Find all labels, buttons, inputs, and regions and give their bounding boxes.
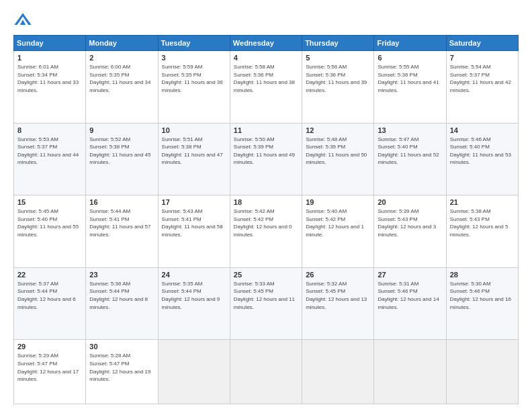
day-detail: Sunrise: 5:45 AMSunset: 5:40 PMDaylight:… bbox=[17, 208, 79, 238]
calendar-cell: 28 Sunrise: 5:30 AMSunset: 5:46 PMDaylig… bbox=[446, 267, 518, 340]
day-number: 4 bbox=[234, 54, 298, 62]
day-number: 21 bbox=[450, 198, 515, 206]
day-number: 2 bbox=[89, 54, 154, 62]
calendar-cell: 13 Sunrise: 5:47 AMSunset: 5:40 PMDaylig… bbox=[374, 123, 446, 195]
calendar-cell: 15 Sunrise: 5:45 AMSunset: 5:40 PMDaylig… bbox=[14, 195, 86, 268]
calendar-cell: 22 Sunrise: 5:37 AMSunset: 5:44 PMDaylig… bbox=[14, 267, 86, 340]
day-number: 5 bbox=[306, 54, 370, 62]
day-detail: Sunrise: 5:30 AMSunset: 5:46 PMDaylight:… bbox=[450, 281, 511, 310]
calendar-cell: 11 Sunrise: 5:50 AMSunset: 5:39 PMDaylig… bbox=[230, 123, 302, 195]
calendar-day-header: Tuesday bbox=[158, 36, 230, 51]
day-detail: Sunrise: 5:48 AMSunset: 5:39 PMDaylight:… bbox=[306, 136, 367, 166]
calendar-cell: 27 Sunrise: 5:31 AMSunset: 5:46 PMDaylig… bbox=[374, 267, 446, 340]
calendar-row: 8 Sunrise: 5:53 AMSunset: 5:37 PMDayligh… bbox=[14, 123, 519, 195]
calendar-cell: 30 Sunrise: 5:28 AMSunset: 5:47 PMDaylig… bbox=[86, 340, 158, 404]
calendar-cell: 20 Sunrise: 5:39 AMSunset: 5:43 PMDaylig… bbox=[374, 195, 446, 268]
calendar-cell bbox=[446, 340, 518, 404]
calendar-cell: 21 Sunrise: 5:38 AMSunset: 5:43 PMDaylig… bbox=[446, 195, 518, 268]
logo bbox=[13, 11, 35, 30]
calendar-row: 1 Sunrise: 6:01 AMSunset: 5:34 PMDayligh… bbox=[14, 51, 519, 124]
day-detail: Sunrise: 6:01 AMSunset: 5:34 PMDaylight:… bbox=[17, 64, 79, 93]
day-number: 3 bbox=[162, 54, 226, 62]
calendar-cell: 4 Sunrise: 5:58 AMSunset: 5:36 PMDayligh… bbox=[230, 51, 302, 124]
day-detail: Sunrise: 5:58 AMSunset: 5:36 PMDaylight:… bbox=[234, 64, 295, 93]
calendar-cell: 29 Sunrise: 5:29 AMSunset: 5:47 PMDaylig… bbox=[14, 340, 86, 404]
calendar-cell: 14 Sunrise: 5:46 AMSunset: 5:40 PMDaylig… bbox=[446, 123, 518, 195]
calendar-day-header: Friday bbox=[374, 36, 446, 51]
day-detail: Sunrise: 5:28 AMSunset: 5:47 PMDaylight:… bbox=[89, 353, 150, 382]
day-detail: Sunrise: 5:38 AMSunset: 5:43 PMDaylight:… bbox=[450, 208, 508, 238]
calendar-row: 22 Sunrise: 5:37 AMSunset: 5:44 PMDaylig… bbox=[14, 267, 519, 340]
calendar-cell: 19 Sunrise: 5:40 AMSunset: 5:42 PMDaylig… bbox=[302, 195, 374, 268]
day-detail: Sunrise: 5:46 AMSunset: 5:40 PMDaylight:… bbox=[450, 136, 511, 166]
day-detail: Sunrise: 5:29 AMSunset: 5:47 PMDaylight:… bbox=[17, 353, 79, 382]
day-detail: Sunrise: 5:32 AMSunset: 5:45 PMDaylight:… bbox=[306, 281, 367, 310]
calendar-cell: 24 Sunrise: 5:35 AMSunset: 5:44 PMDaylig… bbox=[158, 267, 230, 340]
day-detail: Sunrise: 5:50 AMSunset: 5:39 PMDaylight:… bbox=[234, 136, 295, 166]
day-number: 7 bbox=[450, 54, 515, 62]
day-number: 1 bbox=[17, 54, 82, 62]
day-detail: Sunrise: 5:52 AMSunset: 5:38 PMDaylight:… bbox=[89, 136, 150, 166]
day-detail: Sunrise: 6:00 AMSunset: 5:35 PMDaylight:… bbox=[89, 64, 150, 93]
day-number: 13 bbox=[378, 126, 442, 134]
calendar-header-row: SundayMondayTuesdayWednesdayThursdayFrid… bbox=[14, 36, 519, 51]
day-number: 12 bbox=[306, 126, 370, 134]
day-detail: Sunrise: 5:59 AMSunset: 5:35 PMDaylight:… bbox=[162, 64, 223, 93]
day-number: 10 bbox=[162, 126, 226, 134]
day-detail: Sunrise: 5:44 AMSunset: 5:41 PMDaylight:… bbox=[89, 208, 150, 238]
day-number: 16 bbox=[89, 198, 154, 206]
page: SundayMondayTuesdayWednesdayThursdayFrid… bbox=[0, 0, 532, 411]
day-number: 19 bbox=[306, 198, 370, 206]
calendar-cell: 5 Sunrise: 5:56 AMSunset: 5:36 PMDayligh… bbox=[302, 51, 374, 124]
calendar-row: 15 Sunrise: 5:45 AMSunset: 5:40 PMDaylig… bbox=[14, 195, 519, 268]
day-detail: Sunrise: 5:55 AMSunset: 5:36 PMDaylight:… bbox=[378, 64, 439, 93]
day-number: 11 bbox=[234, 126, 298, 134]
calendar-cell bbox=[158, 340, 230, 404]
day-number: 18 bbox=[234, 198, 298, 206]
calendar-cell: 23 Sunrise: 5:36 AMSunset: 5:44 PMDaylig… bbox=[86, 267, 158, 340]
day-number: 25 bbox=[234, 271, 298, 279]
calendar-day-header: Wednesday bbox=[230, 36, 302, 51]
calendar-cell bbox=[374, 340, 446, 404]
calendar-cell: 16 Sunrise: 5:44 AMSunset: 5:41 PMDaylig… bbox=[86, 195, 158, 268]
calendar-cell: 12 Sunrise: 5:48 AMSunset: 5:39 PMDaylig… bbox=[302, 123, 374, 195]
day-detail: Sunrise: 5:36 AMSunset: 5:44 PMDaylight:… bbox=[89, 281, 148, 310]
calendar-day-header: Monday bbox=[86, 36, 158, 51]
day-number: 24 bbox=[162, 271, 226, 279]
day-detail: Sunrise: 5:53 AMSunset: 5:37 PMDaylight:… bbox=[17, 136, 79, 166]
calendar-row: 29 Sunrise: 5:29 AMSunset: 5:47 PMDaylig… bbox=[14, 340, 519, 404]
day-number: 8 bbox=[17, 126, 82, 134]
day-number: 9 bbox=[89, 126, 154, 134]
day-number: 15 bbox=[17, 198, 82, 206]
day-detail: Sunrise: 5:51 AMSunset: 5:38 PMDaylight:… bbox=[162, 136, 223, 166]
calendar-table: SundayMondayTuesdayWednesdayThursdayFrid… bbox=[13, 35, 519, 404]
calendar-day-header: Sunday bbox=[14, 36, 86, 51]
day-detail: Sunrise: 5:31 AMSunset: 5:46 PMDaylight:… bbox=[378, 281, 439, 310]
day-detail: Sunrise: 5:54 AMSunset: 5:37 PMDaylight:… bbox=[450, 64, 511, 93]
day-detail: Sunrise: 5:39 AMSunset: 5:43 PMDaylight:… bbox=[378, 208, 436, 238]
day-number: 27 bbox=[378, 271, 442, 279]
calendar-cell: 17 Sunrise: 5:43 AMSunset: 5:41 PMDaylig… bbox=[158, 195, 230, 268]
day-detail: Sunrise: 5:56 AMSunset: 5:36 PMDaylight:… bbox=[306, 64, 367, 93]
day-detail: Sunrise: 5:43 AMSunset: 5:41 PMDaylight:… bbox=[162, 208, 223, 238]
day-detail: Sunrise: 5:42 AMSunset: 5:42 PMDaylight:… bbox=[234, 208, 292, 238]
day-number: 6 bbox=[378, 54, 442, 62]
logo-icon bbox=[13, 11, 32, 30]
calendar-cell bbox=[230, 340, 302, 404]
calendar-cell: 8 Sunrise: 5:53 AMSunset: 5:37 PMDayligh… bbox=[14, 123, 86, 195]
calendar-day-header: Thursday bbox=[302, 36, 374, 51]
day-detail: Sunrise: 5:37 AMSunset: 5:44 PMDaylight:… bbox=[17, 281, 76, 310]
day-number: 30 bbox=[89, 342, 154, 351]
calendar-cell: 1 Sunrise: 6:01 AMSunset: 5:34 PMDayligh… bbox=[14, 51, 86, 124]
day-number: 22 bbox=[17, 271, 82, 279]
day-detail: Sunrise: 5:35 AMSunset: 5:44 PMDaylight:… bbox=[162, 281, 220, 310]
calendar-day-header: Saturday bbox=[446, 36, 518, 51]
calendar-cell bbox=[302, 340, 374, 404]
day-number: 28 bbox=[450, 271, 515, 279]
calendar-cell: 7 Sunrise: 5:54 AMSunset: 5:37 PMDayligh… bbox=[446, 51, 518, 124]
header bbox=[13, 11, 519, 30]
calendar-cell: 3 Sunrise: 5:59 AMSunset: 5:35 PMDayligh… bbox=[158, 51, 230, 124]
calendar-cell: 10 Sunrise: 5:51 AMSunset: 5:38 PMDaylig… bbox=[158, 123, 230, 195]
calendar-cell: 25 Sunrise: 5:33 AMSunset: 5:45 PMDaylig… bbox=[230, 267, 302, 340]
day-number: 20 bbox=[378, 198, 442, 206]
